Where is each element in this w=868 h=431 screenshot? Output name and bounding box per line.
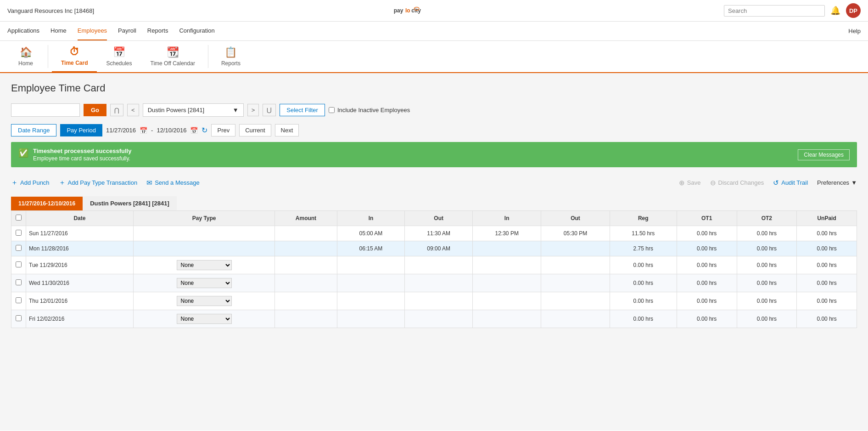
nav-item-reports[interactable]: Reports — [147, 22, 168, 40]
prev-button[interactable]: Prev — [211, 124, 235, 136]
success-content: ✅ Timesheet processed successfully Emplo… — [18, 147, 131, 162]
employee-search-input[interactable] — [11, 103, 80, 117]
row-out1: 09:00 AM — [405, 241, 473, 256]
sub-nav-item-timecard[interactable]: ⏱ Time Card — [52, 40, 97, 73]
sub-nav-item-time-off-calendar[interactable]: 📆 Time Off Calendar — [141, 40, 204, 73]
row-checkbox[interactable] — [16, 230, 22, 236]
prev-employee-button[interactable]: < — [127, 104, 139, 116]
notification-bell-icon[interactable]: 🔔 — [830, 6, 840, 16]
nav-item-employees[interactable]: Employees — [78, 22, 107, 40]
help-link[interactable]: Help — [848, 28, 861, 34]
row-date: Thu 12/01/2016 — [26, 292, 134, 310]
select-filter-button[interactable]: Select Filter — [280, 104, 325, 116]
row-checkbox[interactable] — [16, 245, 22, 251]
row-ot1: 0.00 hrs — [677, 292, 737, 310]
top-bar-right: 🔔 DP — [724, 3, 861, 18]
row-date: Fri 12/02/2016 — [26, 310, 134, 328]
employee-name-header: Dustin Powers [2841] [2841] — [83, 196, 177, 210]
action-bar-left: ＋ Add Punch ＋ Add Pay Type Transaction ✉… — [11, 178, 200, 187]
pay-type-select[interactable]: None — [177, 296, 232, 306]
row-out1 — [405, 310, 473, 328]
company-name: Vanguard Resources Inc [18468] — [7, 7, 94, 14]
select-all-checkbox[interactable] — [16, 215, 22, 221]
row-date: Sun 11/27/2016 — [26, 226, 134, 241]
row-checkbox-cell — [11, 274, 26, 292]
clear-messages-button[interactable]: Clear Messages — [798, 149, 850, 160]
row-pay-type[interactable]: None — [133, 292, 274, 310]
date-range-button[interactable]: Date Range — [11, 124, 56, 136]
pay-period-button[interactable]: Pay Period — [60, 124, 102, 136]
row-out2 — [541, 274, 610, 292]
preferences-button[interactable]: Preferences ▼ — [817, 179, 857, 186]
nav-item-home[interactable]: Home — [50, 22, 67, 40]
success-title: Timesheet processed successfully — [33, 147, 131, 154]
nav-item-applications[interactable]: Applications — [7, 22, 39, 40]
table-header-row: Date Pay Type Amount In Out In Out Reg O… — [11, 211, 857, 226]
nav-item-configuration[interactable]: Configuration — [179, 22, 214, 40]
row-amount — [275, 274, 337, 292]
home-icon: 🏠 — [20, 46, 32, 58]
discard-changes-button[interactable]: ⊖ Discard Changes — [710, 179, 764, 187]
sub-nav-separator-2 — [208, 45, 208, 68]
add-pay-type-button[interactable]: ＋ Add Pay Type Transaction — [59, 178, 138, 187]
row-pay-type[interactable]: None — [133, 256, 274, 274]
next-employee-button[interactable]: > — [247, 104, 259, 116]
inactive-employees-checkbox[interactable] — [329, 107, 335, 113]
th-unpaid: UnPaid — [797, 211, 857, 226]
table-row: Thu 12/01/2016None0.00 hrs0.00 hrs0.00 h… — [11, 292, 857, 310]
next-button[interactable]: Next — [275, 124, 299, 136]
end-date-calendar-icon[interactable]: 📅 — [190, 127, 198, 134]
row-in1 — [337, 274, 405, 292]
row-pay-type[interactable]: None — [133, 274, 274, 292]
row-in2 — [473, 310, 541, 328]
preferences-label: Preferences — [817, 179, 849, 186]
th-date: Date — [26, 211, 134, 226]
sub-nav-label-reports: Reports — [221, 60, 241, 67]
success-message: ✅ Timesheet processed successfully Emplo… — [11, 142, 857, 167]
sub-nav-item-home[interactable]: 🏠 Home — [7, 40, 44, 73]
refresh-icon[interactable]: ↻ — [202, 126, 207, 135]
employee-selector: Go ⋂ < Dustin Powers [2841] ▼ > ⋃ Select… — [11, 103, 857, 117]
sub-nav-item-schedules[interactable]: 📅 Schedules — [97, 40, 141, 73]
employee-dropdown[interactable]: Dustin Powers [2841] ▼ — [143, 103, 244, 117]
th-out2: Out — [541, 211, 610, 226]
user-avatar[interactable]: DP — [846, 3, 861, 18]
add-punch-button[interactable]: ＋ Add Punch — [11, 178, 50, 187]
row-ot1: 0.00 hrs — [677, 226, 737, 241]
row-checkbox[interactable] — [16, 261, 22, 267]
current-button[interactable]: Current — [239, 124, 271, 136]
row-ot1: 0.00 hrs — [677, 241, 737, 256]
row-amount — [275, 310, 337, 328]
pay-type-select[interactable]: None — [177, 260, 232, 270]
first-employee-button[interactable]: ⋂ — [110, 104, 123, 116]
go-button[interactable]: Go — [84, 104, 106, 116]
audit-trail-button[interactable]: ↺ Audit Trail — [773, 179, 808, 187]
th-pay-type: Pay Type — [133, 211, 274, 226]
row-checkbox[interactable] — [16, 315, 22, 321]
inactive-employees-label[interactable]: Include Inactive Employees — [329, 107, 410, 113]
row-pay-type[interactable]: None — [133, 310, 274, 328]
sub-nav-label-timecard: Time Card — [61, 60, 88, 66]
save-button[interactable]: ⊕ Save — [679, 179, 701, 187]
audit-trail-label: Audit Trail — [781, 179, 808, 186]
row-in1 — [337, 310, 405, 328]
th-in2: In — [473, 211, 541, 226]
row-out1 — [405, 274, 473, 292]
employee-dropdown-value: Dustin Powers [2841] — [148, 107, 205, 113]
row-in1: 05:00 AM — [337, 226, 405, 241]
row-date: Tue 11/29/2016 — [26, 256, 134, 274]
sub-nav-item-reports[interactable]: 📋 Reports — [212, 40, 250, 73]
main-nav-items: Applications Home Employees Payroll Repo… — [7, 22, 215, 40]
send-message-button[interactable]: ✉ Send a Message — [146, 179, 200, 187]
nav-item-payroll[interactable]: Payroll — [118, 22, 136, 40]
search-input[interactable] — [724, 5, 825, 17]
row-checkbox[interactable] — [16, 279, 22, 285]
pay-type-select[interactable]: None — [177, 314, 232, 324]
start-date-calendar-icon[interactable]: 📅 — [140, 127, 147, 134]
add-pay-type-icon: ＋ — [59, 178, 66, 187]
table-row: Wed 11/30/2016None0.00 hrs0.00 hrs0.00 h… — [11, 274, 857, 292]
th-ot2: OT2 — [737, 211, 797, 226]
last-employee-button[interactable]: ⋃ — [263, 104, 276, 116]
pay-type-select[interactable]: None — [177, 278, 232, 288]
row-checkbox[interactable] — [16, 297, 22, 303]
